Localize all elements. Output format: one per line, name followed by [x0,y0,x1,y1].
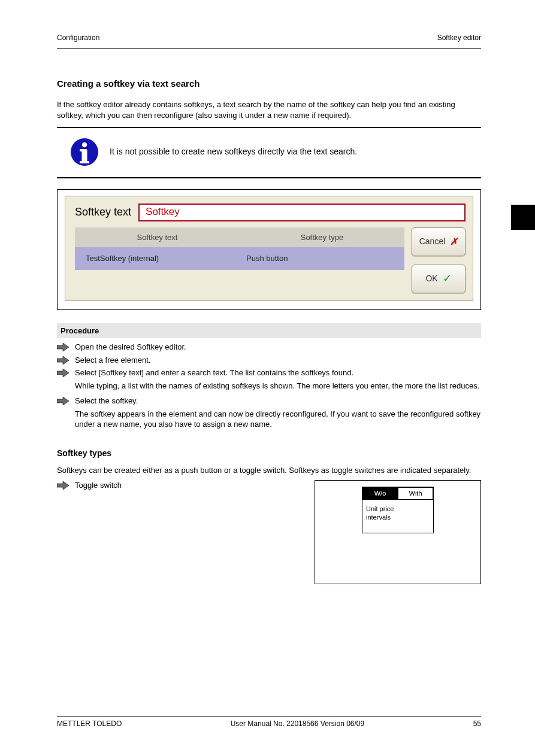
toggle-switch-label: Toggle switch [75,480,306,491]
info-icon [70,138,99,166]
step-4: Select the softkey. [75,396,481,406]
dialog-field-label: Softkey text [75,205,131,219]
svg-rect-4 [80,161,89,163]
step-2: Select a free element. [75,355,481,366]
cancel-button[interactable]: Cancel ✗ [412,227,466,256]
footer-left: METTLER TOLEDO [57,719,122,728]
arrow-icon [57,343,69,351]
ok-label: OK [425,273,437,284]
page-side-tab [511,205,535,230]
step-3-note: While typing, a list with the names of e… [75,381,481,391]
toggle-body-line2: intervals [366,513,430,521]
procedure-heading: Procedure [57,323,481,339]
table-header: Softkey text Softkey type [75,227,404,248]
arrow-icon [57,356,69,365]
check-icon: ✓ [443,271,452,286]
toggle-card: W/o With Unit price intervals [362,487,434,533]
softkey-text-input[interactable]: Softkey [138,204,466,221]
ok-button[interactable]: OK ✓ [412,265,466,293]
svg-rect-3 [80,149,84,151]
header-rule [57,48,481,49]
softkey-text-value: Softkey [146,205,180,219]
info-rule-top [57,127,481,128]
toggle-tab-with[interactable]: With [398,487,433,500]
softkey-types-heading: Softkey types [57,448,481,459]
col-softkey-type: Softkey type [240,232,404,243]
step-3: Select [Softkey text] and enter a search… [75,368,481,378]
softkey-search-dialog: Softkey text Softkey Softkey text Softke… [65,196,473,301]
toggle-body-line1: Unit price [366,505,430,513]
footer-rule [57,716,481,716]
toggle-body: Unit price intervals [362,500,433,533]
cell-softkey-text: TestSoftkey (internal) [75,253,244,264]
footer-center: User Manual No. 22018566 Version 06/09 [231,719,364,728]
softkey-types-text: Softkeys can be created either as a push… [57,465,481,476]
arrow-icon [57,397,69,405]
col-softkey-text: Softkey text [75,232,240,243]
arrow-icon [57,481,69,490]
section-title: Creating a softkey via text search [57,78,481,90]
cancel-label: Cancel [419,236,446,247]
info-text: It is not possible to create new softkey… [110,146,357,157]
dialog-figure: Softkey text Softkey Softkey text Softke… [57,189,481,310]
toggle-tab-wo[interactable]: W/o [362,487,398,500]
svg-point-1 [82,142,87,147]
cell-softkey-type: Push button [244,253,404,264]
header-left: Configuration [57,33,99,42]
header-right: Softkey editor [437,33,481,42]
footer-page: 55 [473,719,481,728]
step-1: Open the desired Softkey editor. [75,342,481,353]
close-icon: ✗ [450,235,458,248]
table-row[interactable]: TestSoftkey (internal) Push button [75,247,404,270]
toggle-figure: W/o With Unit price intervals [315,480,481,584]
arrow-icon [57,369,69,377]
intro-paragraph: If the softkey editor already contains s… [57,99,481,120]
info-rule-bottom [57,177,481,178]
results-table: Softkey text Softkey type TestSoftkey (i… [75,227,404,293]
step-4-note: The softkey appears in the element and c… [75,409,481,430]
